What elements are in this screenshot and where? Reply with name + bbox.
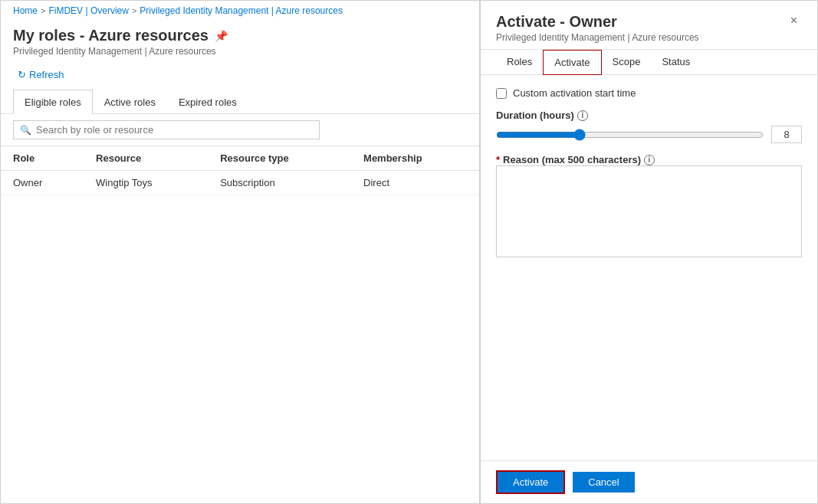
- reason-label-text: Reason (max 500 characters): [503, 154, 641, 165]
- tabs-bar: Eligible roles Active roles Expired role…: [1, 90, 479, 114]
- tab-expired-roles[interactable]: Expired roles: [167, 90, 248, 114]
- panel-footer: Activate Cancel: [481, 460, 817, 503]
- cell-membership: Direct: [351, 171, 479, 195]
- panel-subtitle: Privileged Identity Management | Azure r…: [496, 32, 699, 43]
- custom-activation-checkbox[interactable]: [496, 88, 507, 99]
- breadcrumb-pim[interactable]: Privileged Identity Management | Azure r…: [140, 5, 343, 16]
- col-resource-type: Resource type: [208, 146, 351, 171]
- activate-button[interactable]: Activate: [496, 470, 565, 494]
- panel-tab-scope[interactable]: Scope: [602, 50, 652, 75]
- duration-label-row: Duration (hours) i: [496, 110, 802, 121]
- page-title-text: My roles - Azure resources: [13, 27, 209, 44]
- col-role: Role: [1, 146, 84, 171]
- duration-label-text: Duration (hours): [496, 110, 574, 121]
- reason-label-row: * Reason (max 500 characters) i: [496, 154, 802, 165]
- breadcrumb-fimdev[interactable]: FiMDEV | Overview: [48, 5, 128, 16]
- required-star: *: [496, 154, 500, 165]
- refresh-icon: ↻: [18, 69, 26, 80]
- table-row[interactable]: Owner Wingtip Toys Subscription Direct: [1, 171, 479, 195]
- panel-tab-roles[interactable]: Roles: [496, 50, 543, 75]
- cell-role: Owner: [1, 171, 84, 195]
- breadcrumb-home[interactable]: Home: [13, 5, 38, 16]
- breadcrumb: Home > FiMDEV | Overview > Privileged Id…: [1, 1, 479, 21]
- cancel-button[interactable]: Cancel: [573, 472, 634, 493]
- breadcrumb-sep-2: >: [132, 6, 136, 15]
- cell-resource: Wingtip Toys: [84, 171, 208, 195]
- custom-activation-row: Custom activation start time: [496, 87, 802, 99]
- duration-value: 8: [771, 126, 802, 143]
- duration-field: Duration (hours) i 8: [496, 110, 802, 143]
- slider-wrap: 8: [496, 126, 802, 143]
- right-panel: Activate - Owner Privileged Identity Man…: [480, 1, 817, 503]
- page-title-row: My roles - Azure resources 📌: [13, 27, 467, 44]
- col-resource: Resource: [84, 146, 208, 171]
- breadcrumb-sep-1: >: [41, 6, 45, 15]
- panel-header: Activate - Owner Privileged Identity Man…: [481, 1, 817, 50]
- left-panel: Home > FiMDEV | Overview > Privileged Id…: [1, 1, 480, 503]
- refresh-button[interactable]: ↻ Refresh: [13, 66, 69, 83]
- cell-resource-type: Subscription: [208, 171, 351, 195]
- duration-info-icon[interactable]: i: [577, 110, 588, 121]
- refresh-label: Refresh: [29, 69, 64, 80]
- col-membership: Membership: [351, 146, 479, 171]
- panel-close-button[interactable]: ×: [786, 13, 802, 28]
- search-bar: 🔍: [1, 114, 479, 146]
- search-icon: 🔍: [20, 125, 31, 136]
- toolbar: ↻ Refresh: [1, 60, 479, 90]
- tab-active-roles[interactable]: Active roles: [93, 90, 167, 114]
- reason-textarea[interactable]: [496, 165, 802, 257]
- custom-activation-label[interactable]: Custom activation start time: [513, 87, 636, 99]
- panel-tab-activate[interactable]: Activate: [543, 50, 601, 75]
- pin-icon[interactable]: 📌: [215, 30, 228, 42]
- panel-tabs: Roles Activate Scope Status: [481, 50, 817, 75]
- page-subtitle: Privileged Identity Management | Azure r…: [13, 46, 467, 57]
- panel-body: Custom activation start time Duration (h…: [481, 75, 817, 460]
- duration-slider[interactable]: [496, 129, 764, 141]
- roles-table: Role Resource Resource type Membership O…: [1, 146, 479, 195]
- reason-field: * Reason (max 500 characters) i: [496, 154, 802, 260]
- table-container: Role Resource Resource type Membership O…: [1, 146, 479, 503]
- page-header: My roles - Azure resources 📌 Privileged …: [1, 21, 479, 60]
- search-input[interactable]: [36, 124, 266, 136]
- tab-eligible-roles[interactable]: Eligible roles: [13, 90, 93, 114]
- reason-info-icon[interactable]: i: [644, 155, 655, 165]
- search-input-wrap: 🔍: [13, 120, 320, 139]
- panel-title: Activate - Owner: [496, 13, 699, 31]
- panel-tab-status[interactable]: Status: [651, 50, 701, 75]
- panel-header-text: Activate - Owner Privileged Identity Man…: [496, 13, 699, 43]
